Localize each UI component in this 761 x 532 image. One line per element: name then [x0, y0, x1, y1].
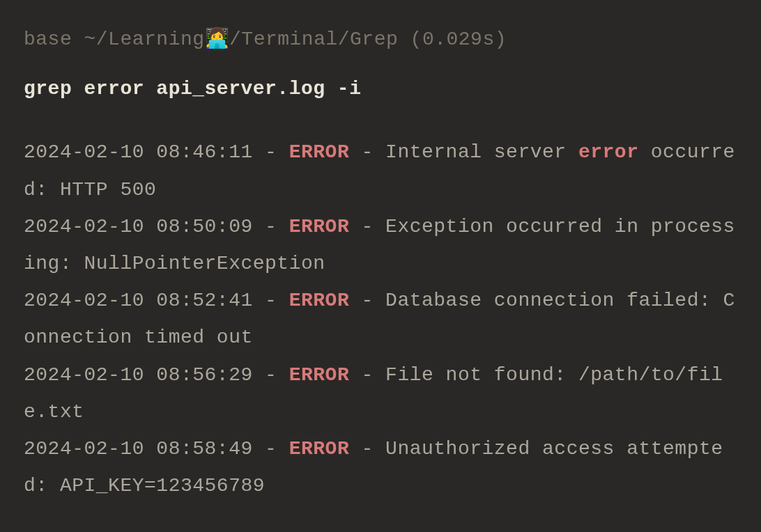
output-text: 2024-02-10 08:50:09 -: [24, 216, 289, 237]
output-line: 2024-02-10 08:46:11 - ERROR - Internal s…: [24, 134, 740, 208]
output-line: 2024-02-10 08:58:49 - ERROR - Unauthoriz…: [24, 430, 740, 504]
output-text: - Internal server: [349, 141, 578, 163]
shell-prompt: base ~/Learning👩‍💻/Terminal/Grep (0.029s…: [24, 21, 740, 58]
match-highlight: error: [578, 141, 639, 163]
command-input[interactable]: grep error api_server.log -i: [24, 70, 740, 107]
output-line: 2024-02-10 08:50:09 - ERROR - Exception …: [24, 208, 740, 282]
output-line: 2024-02-10 08:56:29 - ERROR - File not f…: [24, 357, 740, 430]
match-highlight: ERROR: [289, 290, 350, 311]
output-text: 2024-02-10 08:58:49 -: [24, 438, 289, 460]
match-highlight: ERROR: [289, 141, 350, 163]
match-highlight: ERROR: [289, 364, 350, 386]
output-line: 2024-02-10 08:52:41 - ERROR - Database c…: [24, 282, 740, 356]
output-text: 2024-02-10 08:52:41 -: [24, 290, 289, 311]
output-text: 2024-02-10 08:46:11 -: [24, 141, 289, 163]
match-highlight: ERROR: [289, 216, 350, 237]
output-text: 2024-02-10 08:56:29 -: [24, 364, 289, 386]
match-highlight: ERROR: [289, 438, 350, 460]
command-output: 2024-02-10 08:46:11 - ERROR - Internal s…: [24, 134, 740, 504]
